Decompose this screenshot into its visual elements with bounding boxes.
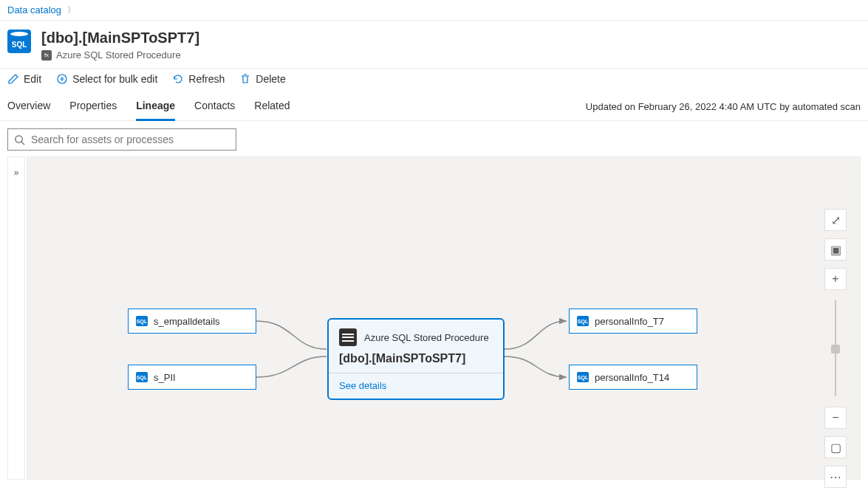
lineage-input-node[interactable]: SQL s_PII: [128, 365, 256, 390]
expand-panel-toggle[interactable]: »: [7, 156, 25, 480]
minus-icon: −: [832, 411, 838, 424]
plus-icon: +: [832, 272, 838, 286]
sql-table-icon: SQL: [577, 372, 589, 382]
tab-properties[interactable]: Properties: [69, 92, 117, 120]
tab-lineage[interactable]: Lineage: [136, 92, 175, 120]
sql-table-icon: SQL: [136, 372, 148, 382]
plus-circle-icon: [56, 73, 68, 85]
node-label: personalInfo_T14: [595, 372, 669, 383]
tab-overview[interactable]: Overview: [7, 92, 50, 120]
process-type: Azure SQL Stored Procedure: [364, 332, 489, 343]
lineage-process-node[interactable]: Azure SQL Stored Procedure [dbo].[MainSP…: [327, 318, 505, 400]
bulk-edit-button[interactable]: Select for bulk edit: [56, 73, 157, 85]
tabs: Overview Properties Lineage Contacts Rel…: [7, 92, 290, 120]
minimap-button[interactable]: ▢: [824, 436, 847, 458]
action-toolbar: Edit Select for bulk edit Refresh Delete: [0, 68, 868, 92]
trash-icon: [239, 73, 251, 85]
edit-button[interactable]: Edit: [7, 73, 41, 85]
tab-related[interactable]: Related: [254, 92, 290, 120]
fullscreen-button[interactable]: ⤢: [824, 209, 847, 231]
asset-subtype: Azure SQL Stored Procedure: [56, 49, 181, 61]
minimap-icon: ▢: [830, 441, 841, 455]
breadcrumb: Data catalog 〉: [0, 0, 868, 21]
asset-header: SQL [dbo].[MainSPToSPT7] fx Azure SQL St…: [0, 21, 868, 68]
page-title: [dbo].[MainSPToSPT7]: [41, 30, 199, 46]
zoom-out-button[interactable]: −: [824, 407, 847, 429]
delete-button[interactable]: Delete: [239, 73, 285, 85]
expand-icon: ⤢: [831, 213, 841, 227]
fit-screen-icon: ▣: [830, 243, 841, 257]
zoom-slider[interactable]: [835, 300, 836, 396]
sql-table-icon: SQL: [577, 316, 589, 326]
lineage-canvas-outer: » SQL s_empalldetails SQL s_PII Azure SQ…: [7, 156, 861, 480]
pencil-icon: [7, 73, 19, 85]
stored-procedure-icon: [339, 328, 357, 346]
stored-proc-icon: fx: [41, 50, 52, 61]
canvas-tools: ⤢ ▣ + − ▢ ⋯: [824, 209, 847, 488]
more-button[interactable]: ⋯: [824, 466, 847, 488]
lineage-output-node[interactable]: SQL personalInfo_T7: [569, 308, 697, 334]
node-label: personalInfo_T7: [595, 316, 664, 327]
zoom-in-button[interactable]: +: [824, 268, 847, 290]
search-input[interactable]: [31, 134, 230, 145]
slider-knob[interactable]: [831, 345, 840, 354]
node-label: s_empalldetails: [154, 316, 220, 327]
updated-info: Updated on February 26, 2022 4:40 AM UTC…: [586, 101, 861, 112]
process-name: [dbo].[MainSPToSPT7]: [339, 352, 493, 365]
svg-point-1: [16, 135, 22, 142]
chevron-right-icon: 〉: [67, 4, 75, 15]
ellipsis-icon: ⋯: [830, 470, 841, 484]
lineage-input-node[interactable]: SQL s_empalldetails: [128, 308, 256, 334]
sql-database-icon: SQL: [7, 30, 31, 53]
tabs-row: Overview Properties Lineage Contacts Rel…: [0, 92, 868, 121]
lineage-search[interactable]: [7, 128, 236, 151]
lineage-output-node[interactable]: SQL personalInfo_T14: [569, 365, 697, 390]
tab-contacts[interactable]: Contacts: [194, 92, 235, 120]
lineage-canvas[interactable]: SQL s_empalldetails SQL s_PII Azure SQL …: [27, 156, 861, 480]
breadcrumb-root[interactable]: Data catalog: [7, 4, 61, 15]
chevron-double-right-icon: »: [14, 168, 19, 178]
refresh-button[interactable]: Refresh: [172, 73, 225, 85]
refresh-icon: [172, 73, 184, 85]
node-label: s_PII: [154, 372, 176, 383]
see-details-link[interactable]: See details: [339, 380, 386, 391]
sql-table-icon: SQL: [136, 316, 148, 326]
search-icon: [14, 134, 25, 145]
fit-button[interactable]: ▣: [824, 238, 847, 261]
